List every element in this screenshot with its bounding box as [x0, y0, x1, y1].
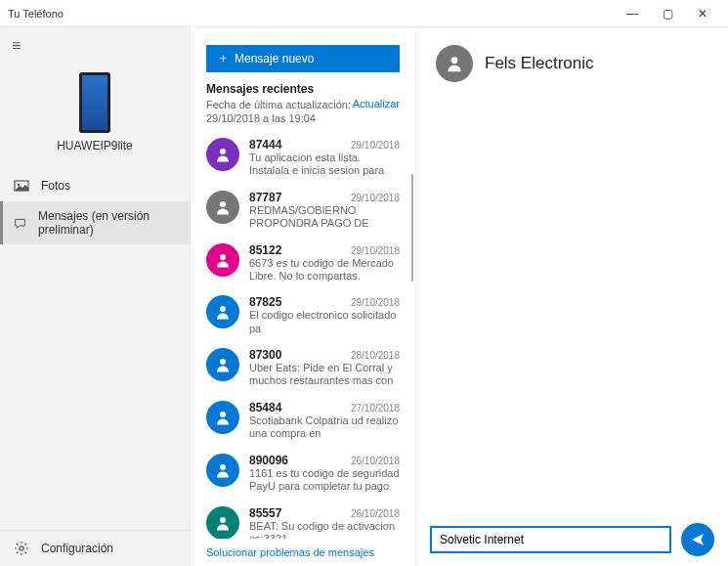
troubleshoot-link[interactable]: Solucionar problemas de mensajes [191, 539, 415, 566]
avatar [206, 295, 239, 328]
svg-point-3 [220, 149, 226, 154]
avatar [206, 454, 239, 487]
gear-icon [14, 541, 29, 556]
refresh-link[interactable]: Actualizar [353, 98, 400, 109]
new-message-button[interactable]: + Mensaje nuevo [206, 45, 400, 72]
message-date: 29/10/2018 [351, 297, 400, 308]
close-button[interactable]: ✕ [685, 0, 720, 27]
sidebar-item-settings[interactable]: Configuración [0, 530, 190, 566]
message-preview: El codigo electronico solicitado pa [249, 309, 400, 336]
message-date: 27/10/2018 [351, 403, 400, 414]
message-date: 29/10/2018 [351, 193, 400, 203]
phone-name: HUAWEIP9lite [57, 139, 133, 152]
svg-point-5 [220, 254, 226, 260]
phone-image [79, 72, 110, 133]
message-preview: BEAT: Su codigo de activacion es:3321 [249, 520, 400, 539]
message-item[interactable]: 85122 29/10/2018 6673 es tu codigo de Me… [191, 238, 415, 290]
avatar [206, 243, 239, 277]
nav-label: Fotos [41, 179, 70, 193]
svg-point-8 [220, 412, 226, 417]
message-item[interactable]: 85557 26/10/2018 BEAT: Su codigo de acti… [191, 501, 415, 539]
message-date: 26/10/2018 [351, 456, 400, 466]
avatar [206, 191, 239, 224]
message-sender: 87444 [249, 138, 281, 152]
svg-point-1 [18, 184, 20, 186]
message-sender: 87300 [249, 348, 281, 362]
sidebar-item-messages[interactable]: Mensajes (en versión preliminar) [0, 201, 190, 244]
svg-point-7 [220, 359, 226, 365]
hamburger-icon[interactable]: ≡ [0, 27, 190, 65]
sidebar-item-photos[interactable]: Fotos [0, 170, 190, 201]
message-preview: Tu aplicacion esta lista. Instalala e in… [249, 152, 400, 179]
svg-point-4 [220, 201, 226, 207]
message-date: 29/10/2018 [351, 245, 400, 256]
message-item[interactable]: 87787 29/10/2018 REDMAS/GOBIERNO PROPOND… [191, 185, 415, 238]
message-icon [14, 215, 26, 231]
window-title: Tu Teléfono [8, 8, 615, 20]
message-item[interactable]: 890096 26/10/2018 1161 es tu codigo de s… [191, 448, 415, 501]
message-sender: 85122 [249, 243, 281, 257]
avatar [206, 401, 239, 434]
chat-body [416, 100, 728, 513]
message-date: 28/10/2018 [351, 350, 400, 361]
compose-row [416, 513, 728, 566]
svg-point-6 [220, 306, 226, 312]
titlebar: Tu Teléfono — ▢ ✕ [0, 0, 728, 27]
svg-point-10 [220, 517, 226, 523]
message-date: 26/10/2018 [351, 508, 400, 519]
nav-label: Mensajes (en versión preliminar) [38, 209, 176, 237]
contact-avatar [436, 45, 473, 82]
avatar [206, 506, 239, 539]
settings-label: Configuración [41, 542, 113, 555]
minimize-button[interactable]: — [615, 0, 650, 27]
scrollbar[interactable] [411, 174, 413, 282]
message-sender: 87787 [249, 191, 281, 204]
send-button[interactable] [681, 523, 714, 556]
message-preview: 6673 es tu codigo de Mercado Libre. No l… [249, 257, 400, 284]
messages-panel: + Mensaje nuevo Mensajes recientes Fecha… [191, 27, 415, 566]
recent-messages-header: Mensajes recientes [191, 82, 415, 98]
plus-icon: + [220, 52, 227, 65]
avatar [206, 138, 239, 171]
message-item[interactable]: 87300 28/10/2018 Uber Eats: Pide en El C… [191, 342, 415, 395]
last-update-text: Fecha de última actualización: 29/10/201… [206, 98, 351, 126]
message-preview: REDMAS/GOBIERNO PROPONDRA PAGO DE SALUD … [249, 204, 400, 232]
photo-icon [14, 178, 29, 194]
avatar [206, 348, 239, 381]
message-sender: 890096 [249, 454, 288, 467]
send-icon [690, 532, 706, 547]
message-sender: 85557 [249, 506, 281, 520]
chat-header: Fels Electronic [416, 27, 728, 100]
message-sender: 87825 [249, 295, 281, 309]
message-item[interactable]: 87444 29/10/2018 Tu aplicacion esta list… [191, 132, 415, 185]
phone-display: HUAWEIP9lite [0, 65, 190, 164]
message-item[interactable]: 87825 29/10/2018 El codigo electronico s… [191, 289, 415, 342]
message-list[interactable]: 87444 29/10/2018 Tu aplicacion esta list… [191, 132, 415, 539]
message-preview: 1161 es tu codigo de seguridad PayU para… [249, 467, 400, 495]
message-sender: 85484 [249, 401, 281, 414]
svg-point-2 [20, 546, 23, 550]
maximize-button[interactable]: ▢ [650, 0, 685, 27]
compose-input[interactable] [430, 526, 671, 553]
svg-point-9 [220, 464, 226, 470]
new-message-label: Mensaje nuevo [235, 52, 314, 65]
sidebar: ≡ HUAWEIP9lite Fotos Mensajes (en versió… [0, 27, 191, 566]
contact-name: Fels Electronic [485, 54, 593, 73]
message-date: 29/10/2018 [351, 140, 400, 151]
svg-point-11 [451, 57, 458, 64]
chat-panel: Fels Electronic [415, 27, 728, 566]
message-preview: Uber Eats: Pide en El Corral y muchos re… [249, 362, 400, 389]
message-preview: Scotiabank Colpatria ud realizo una comp… [249, 414, 400, 442]
window-controls: — ▢ ✕ [615, 0, 720, 27]
message-item[interactable]: 85484 27/10/2018 Scotiabank Colpatria ud… [191, 395, 415, 448]
